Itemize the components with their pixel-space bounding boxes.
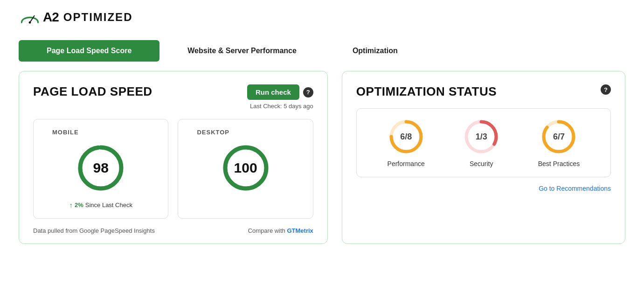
logo: A2 OPTIMIZED	[19, 8, 132, 26]
since-check: ↑ 2% Since Last Check	[69, 201, 132, 209]
run-check-button[interactable]: Run check	[247, 84, 299, 100]
svg-point-0	[29, 21, 31, 24]
best-practices-donut: 6/7	[540, 118, 577, 155]
security-label: Security	[470, 160, 493, 167]
page-load-speed-card: PAGE LOAD SPEED Run check ? Last Check: …	[19, 71, 328, 244]
mobile-score: 98	[93, 160, 109, 176]
main-content: PAGE LOAD SPEED Run check ? Last Check: …	[0, 71, 644, 244]
best-practices-gauge: 6/7 Best Practices	[538, 118, 580, 167]
mobile-gauge-circle: 98	[75, 142, 126, 194]
tab-bar: Page Load Speed Score Website & Server P…	[0, 40, 644, 62]
mobile-label: MOBILE	[52, 129, 79, 136]
performance-gauge: 6/8 Performance	[388, 118, 425, 167]
performance-label: Performance	[388, 160, 425, 167]
performance-donut: 6/8	[388, 118, 425, 155]
since-label: Since Last Check	[85, 202, 132, 209]
since-pct: 2%	[75, 202, 83, 209]
optimization-title: OPTIMIZATION STATUS	[356, 84, 497, 99]
card-header: PAGE LOAD SPEED Run check ? Last Check: …	[33, 84, 313, 110]
best-practices-value: 6/7	[553, 132, 565, 142]
footer-data-source: Data pulled from Google PageSpeed Insigh…	[33, 227, 155, 234]
arrow-up-icon: ↑	[69, 201, 73, 209]
desktop-gauge-card: DESKTOP 100	[178, 119, 313, 219]
page-load-help-icon[interactable]: ?	[303, 87, 313, 97]
optimization-help-icon[interactable]: ?	[601, 84, 611, 95]
tab-optimization[interactable]: Optimization	[325, 40, 426, 62]
go-recommendations: Go to Recommendations	[356, 185, 611, 192]
performance-value: 6/8	[400, 132, 412, 142]
desktop-score: 100	[234, 160, 257, 176]
logo-speedometer-icon	[19, 8, 41, 26]
optimization-status-card: OPTIMIZATION STATUS ? 6/8 Performance	[342, 71, 625, 244]
logo-optimized: OPTIMIZED	[63, 11, 133, 24]
desktop-gauge-circle: 100	[220, 142, 271, 194]
tab-page-load-speed[interactable]: Page Load Speed Score	[19, 40, 159, 62]
tab-website-server[interactable]: Website & Server Performance	[159, 40, 325, 62]
header: A2 OPTIMIZED	[0, 0, 644, 40]
best-practices-label: Best Practices	[538, 160, 580, 167]
go-recommendations-link[interactable]: Go to Recommendations	[539, 185, 611, 192]
mobile-gauge-card: MOBILE 98 ↑ 2% Since Last Check	[33, 119, 168, 219]
security-donut: 1/3	[463, 118, 500, 155]
security-gauge: 1/3 Security	[463, 118, 500, 167]
gtmetrix-link[interactable]: GTMetrix	[287, 227, 313, 234]
card-footer: Data pulled from Google PageSpeed Insigh…	[33, 227, 313, 234]
opt-header: OPTIMIZATION STATUS ?	[356, 84, 611, 99]
footer-compare: Compare with GTMetrix	[248, 227, 313, 234]
optimization-gauges: 6/8 Performance 1/3 Security	[356, 108, 611, 177]
desktop-label: DESKTOP	[197, 129, 229, 136]
page-load-speed-title: PAGE LOAD SPEED	[33, 84, 152, 99]
security-value: 1/3	[476, 132, 487, 142]
speed-gauges: MOBILE 98 ↑ 2% Since Last Check	[33, 119, 313, 219]
last-check-text: Last Check: 5 days ago	[250, 103, 313, 110]
logo-a2: A2	[43, 10, 59, 25]
